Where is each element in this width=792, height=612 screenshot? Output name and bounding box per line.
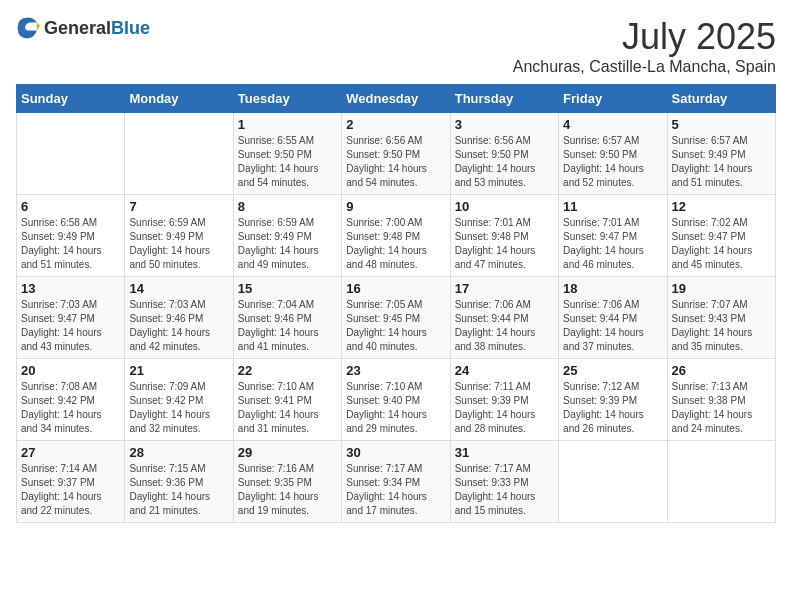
calendar-week-row: 6Sunrise: 6:58 AMSunset: 9:49 PMDaylight… bbox=[17, 195, 776, 277]
calendar-cell: 21Sunrise: 7:09 AMSunset: 9:42 PMDayligh… bbox=[125, 359, 233, 441]
calendar-cell: 5Sunrise: 6:57 AMSunset: 9:49 PMDaylight… bbox=[667, 113, 775, 195]
cell-info: Sunrise: 7:03 AMSunset: 9:47 PMDaylight:… bbox=[21, 298, 120, 354]
calendar-cell: 2Sunrise: 6:56 AMSunset: 9:50 PMDaylight… bbox=[342, 113, 450, 195]
calendar-cell: 7Sunrise: 6:59 AMSunset: 9:49 PMDaylight… bbox=[125, 195, 233, 277]
calendar-cell: 1Sunrise: 6:55 AMSunset: 9:50 PMDaylight… bbox=[233, 113, 341, 195]
day-number: 12 bbox=[672, 199, 771, 214]
cell-info: Sunrise: 7:10 AMSunset: 9:41 PMDaylight:… bbox=[238, 380, 337, 436]
calendar-cell: 11Sunrise: 7:01 AMSunset: 9:47 PMDayligh… bbox=[559, 195, 667, 277]
calendar-cell: 4Sunrise: 6:57 AMSunset: 9:50 PMDaylight… bbox=[559, 113, 667, 195]
calendar-cell bbox=[125, 113, 233, 195]
day-number: 2 bbox=[346, 117, 445, 132]
calendar-header-row: SundayMondayTuesdayWednesdayThursdayFrid… bbox=[17, 85, 776, 113]
cell-info: Sunrise: 7:12 AMSunset: 9:39 PMDaylight:… bbox=[563, 380, 662, 436]
day-number: 21 bbox=[129, 363, 228, 378]
col-header-tuesday: Tuesday bbox=[233, 85, 341, 113]
calendar-table: SundayMondayTuesdayWednesdayThursdayFrid… bbox=[16, 84, 776, 523]
col-header-sunday: Sunday bbox=[17, 85, 125, 113]
day-number: 3 bbox=[455, 117, 554, 132]
day-number: 27 bbox=[21, 445, 120, 460]
calendar-cell: 19Sunrise: 7:07 AMSunset: 9:43 PMDayligh… bbox=[667, 277, 775, 359]
calendar-cell bbox=[559, 441, 667, 523]
day-number: 7 bbox=[129, 199, 228, 214]
calendar-cell: 16Sunrise: 7:05 AMSunset: 9:45 PMDayligh… bbox=[342, 277, 450, 359]
day-number: 11 bbox=[563, 199, 662, 214]
day-number: 4 bbox=[563, 117, 662, 132]
day-number: 5 bbox=[672, 117, 771, 132]
cell-info: Sunrise: 7:06 AMSunset: 9:44 PMDaylight:… bbox=[563, 298, 662, 354]
logo: GeneralBlue bbox=[16, 16, 150, 40]
cell-info: Sunrise: 7:07 AMSunset: 9:43 PMDaylight:… bbox=[672, 298, 771, 354]
calendar-cell: 15Sunrise: 7:04 AMSunset: 9:46 PMDayligh… bbox=[233, 277, 341, 359]
cell-info: Sunrise: 7:14 AMSunset: 9:37 PMDaylight:… bbox=[21, 462, 120, 518]
col-header-friday: Friday bbox=[559, 85, 667, 113]
cell-info: Sunrise: 7:05 AMSunset: 9:45 PMDaylight:… bbox=[346, 298, 445, 354]
calendar-cell: 13Sunrise: 7:03 AMSunset: 9:47 PMDayligh… bbox=[17, 277, 125, 359]
cell-info: Sunrise: 6:57 AMSunset: 9:49 PMDaylight:… bbox=[672, 134, 771, 190]
day-number: 15 bbox=[238, 281, 337, 296]
cell-info: Sunrise: 7:02 AMSunset: 9:47 PMDaylight:… bbox=[672, 216, 771, 272]
calendar-cell: 17Sunrise: 7:06 AMSunset: 9:44 PMDayligh… bbox=[450, 277, 558, 359]
calendar-cell: 9Sunrise: 7:00 AMSunset: 9:48 PMDaylight… bbox=[342, 195, 450, 277]
calendar-cell: 24Sunrise: 7:11 AMSunset: 9:39 PMDayligh… bbox=[450, 359, 558, 441]
calendar-cell: 28Sunrise: 7:15 AMSunset: 9:36 PMDayligh… bbox=[125, 441, 233, 523]
day-number: 10 bbox=[455, 199, 554, 214]
cell-info: Sunrise: 7:17 AMSunset: 9:33 PMDaylight:… bbox=[455, 462, 554, 518]
calendar-cell: 14Sunrise: 7:03 AMSunset: 9:46 PMDayligh… bbox=[125, 277, 233, 359]
cell-info: Sunrise: 6:58 AMSunset: 9:49 PMDaylight:… bbox=[21, 216, 120, 272]
cell-info: Sunrise: 6:56 AMSunset: 9:50 PMDaylight:… bbox=[346, 134, 445, 190]
day-number: 20 bbox=[21, 363, 120, 378]
day-number: 29 bbox=[238, 445, 337, 460]
cell-info: Sunrise: 7:03 AMSunset: 9:46 PMDaylight:… bbox=[129, 298, 228, 354]
cell-info: Sunrise: 7:11 AMSunset: 9:39 PMDaylight:… bbox=[455, 380, 554, 436]
cell-info: Sunrise: 7:10 AMSunset: 9:40 PMDaylight:… bbox=[346, 380, 445, 436]
col-header-thursday: Thursday bbox=[450, 85, 558, 113]
day-number: 9 bbox=[346, 199, 445, 214]
cell-info: Sunrise: 7:17 AMSunset: 9:34 PMDaylight:… bbox=[346, 462, 445, 518]
calendar-cell: 20Sunrise: 7:08 AMSunset: 9:42 PMDayligh… bbox=[17, 359, 125, 441]
cell-info: Sunrise: 7:09 AMSunset: 9:42 PMDaylight:… bbox=[129, 380, 228, 436]
calendar-cell: 25Sunrise: 7:12 AMSunset: 9:39 PMDayligh… bbox=[559, 359, 667, 441]
col-header-saturday: Saturday bbox=[667, 85, 775, 113]
day-number: 1 bbox=[238, 117, 337, 132]
day-number: 22 bbox=[238, 363, 337, 378]
calendar-week-row: 20Sunrise: 7:08 AMSunset: 9:42 PMDayligh… bbox=[17, 359, 776, 441]
logo-blue: Blue bbox=[111, 18, 150, 38]
day-number: 31 bbox=[455, 445, 554, 460]
col-header-monday: Monday bbox=[125, 85, 233, 113]
calendar-cell: 29Sunrise: 7:16 AMSunset: 9:35 PMDayligh… bbox=[233, 441, 341, 523]
cell-info: Sunrise: 7:08 AMSunset: 9:42 PMDaylight:… bbox=[21, 380, 120, 436]
day-number: 28 bbox=[129, 445, 228, 460]
day-number: 23 bbox=[346, 363, 445, 378]
calendar-cell: 3Sunrise: 6:56 AMSunset: 9:50 PMDaylight… bbox=[450, 113, 558, 195]
logo-icon bbox=[16, 16, 40, 40]
cell-info: Sunrise: 6:56 AMSunset: 9:50 PMDaylight:… bbox=[455, 134, 554, 190]
calendar-cell: 31Sunrise: 7:17 AMSunset: 9:33 PMDayligh… bbox=[450, 441, 558, 523]
cell-info: Sunrise: 7:16 AMSunset: 9:35 PMDaylight:… bbox=[238, 462, 337, 518]
day-number: 19 bbox=[672, 281, 771, 296]
calendar-cell: 22Sunrise: 7:10 AMSunset: 9:41 PMDayligh… bbox=[233, 359, 341, 441]
calendar-week-row: 1Sunrise: 6:55 AMSunset: 9:50 PMDaylight… bbox=[17, 113, 776, 195]
calendar-cell: 10Sunrise: 7:01 AMSunset: 9:48 PMDayligh… bbox=[450, 195, 558, 277]
day-number: 26 bbox=[672, 363, 771, 378]
cell-info: Sunrise: 7:13 AMSunset: 9:38 PMDaylight:… bbox=[672, 380, 771, 436]
calendar-cell: 23Sunrise: 7:10 AMSunset: 9:40 PMDayligh… bbox=[342, 359, 450, 441]
calendar-cell: 30Sunrise: 7:17 AMSunset: 9:34 PMDayligh… bbox=[342, 441, 450, 523]
title-area: July 2025 Anchuras, Castille-La Mancha, … bbox=[513, 16, 776, 76]
calendar-cell bbox=[17, 113, 125, 195]
page-subtitle: Anchuras, Castille-La Mancha, Spain bbox=[513, 58, 776, 76]
cell-info: Sunrise: 7:01 AMSunset: 9:47 PMDaylight:… bbox=[563, 216, 662, 272]
calendar-cell: 26Sunrise: 7:13 AMSunset: 9:38 PMDayligh… bbox=[667, 359, 775, 441]
cell-info: Sunrise: 7:15 AMSunset: 9:36 PMDaylight:… bbox=[129, 462, 228, 518]
cell-info: Sunrise: 6:55 AMSunset: 9:50 PMDaylight:… bbox=[238, 134, 337, 190]
day-number: 18 bbox=[563, 281, 662, 296]
day-number: 8 bbox=[238, 199, 337, 214]
calendar-cell: 6Sunrise: 6:58 AMSunset: 9:49 PMDaylight… bbox=[17, 195, 125, 277]
day-number: 17 bbox=[455, 281, 554, 296]
cell-info: Sunrise: 6:59 AMSunset: 9:49 PMDaylight:… bbox=[238, 216, 337, 272]
logo-text: GeneralBlue bbox=[44, 18, 150, 39]
day-number: 16 bbox=[346, 281, 445, 296]
day-number: 6 bbox=[21, 199, 120, 214]
col-header-wednesday: Wednesday bbox=[342, 85, 450, 113]
calendar-cell: 8Sunrise: 6:59 AMSunset: 9:49 PMDaylight… bbox=[233, 195, 341, 277]
